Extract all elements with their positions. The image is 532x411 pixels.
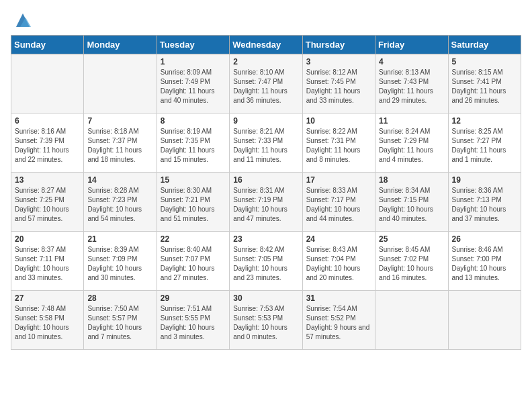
day-info: Sunrise: 8:22 AM Sunset: 7:31 PM Dayligh… — [306, 127, 371, 165]
calendar-header-row: SundayMondayTuesdayWednesdayThursdayFrid… — [11, 36, 521, 54]
calendar-day-15: 15Sunrise: 8:30 AM Sunset: 7:21 PM Dayli… — [157, 173, 229, 232]
calendar-day-26: 26Sunrise: 8:46 AM Sunset: 7:00 PM Dayli… — [448, 232, 521, 291]
calendar-week-row: 6Sunrise: 8:16 AM Sunset: 7:39 PM Daylig… — [11, 113, 521, 173]
day-info: Sunrise: 8:45 AM Sunset: 7:02 PM Dayligh… — [379, 245, 444, 283]
calendar-day-25: 25Sunrise: 8:45 AM Sunset: 7:02 PM Dayli… — [375, 232, 448, 291]
day-info: Sunrise: 8:39 AM Sunset: 7:09 PM Dayligh… — [87, 245, 152, 283]
day-info: Sunrise: 7:50 AM Sunset: 5:57 PM Dayligh… — [87, 304, 152, 342]
calendar-day-17: 17Sunrise: 8:33 AM Sunset: 7:17 PM Dayli… — [302, 173, 375, 232]
calendar-day-30: 30Sunrise: 7:53 AM Sunset: 5:53 PM Dayli… — [230, 291, 302, 350]
calendar-day-20: 20Sunrise: 8:37 AM Sunset: 7:11 PM Dayli… — [11, 232, 84, 291]
day-info: Sunrise: 8:42 AM Sunset: 7:05 PM Dayligh… — [233, 245, 298, 283]
calendar-day-18: 18Sunrise: 8:34 AM Sunset: 7:15 PM Dayli… — [375, 173, 448, 232]
logo-icon — [13, 11, 32, 30]
calendar-day-23: 23Sunrise: 8:42 AM Sunset: 7:05 PM Dayli… — [230, 232, 302, 291]
day-number: 15 — [161, 175, 226, 185]
day-info: Sunrise: 8:28 AM Sunset: 7:23 PM Dayligh… — [87, 186, 152, 224]
calendar-week-row: 20Sunrise: 8:37 AM Sunset: 7:11 PM Dayli… — [11, 232, 521, 291]
empty-day-cell — [84, 54, 157, 113]
day-info: Sunrise: 8:30 AM Sunset: 7:21 PM Dayligh… — [161, 186, 226, 224]
day-number: 25 — [379, 234, 444, 244]
calendar-day-1: 1Sunrise: 8:09 AM Sunset: 7:49 PM Daylig… — [157, 54, 229, 113]
day-number: 30 — [233, 293, 298, 303]
calendar-day-22: 22Sunrise: 8:40 AM Sunset: 7:07 PM Dayli… — [157, 232, 229, 291]
page-header — [11, 11, 521, 30]
day-number: 27 — [15, 293, 80, 303]
day-info: Sunrise: 7:53 AM Sunset: 5:53 PM Dayligh… — [233, 304, 298, 342]
calendar-day-29: 29Sunrise: 7:51 AM Sunset: 5:55 PM Dayli… — [157, 291, 229, 350]
day-number: 17 — [306, 175, 371, 185]
day-info: Sunrise: 8:43 AM Sunset: 7:04 PM Dayligh… — [306, 245, 371, 283]
day-number: 1 — [161, 57, 226, 66]
day-info: Sunrise: 8:46 AM Sunset: 7:00 PM Dayligh… — [452, 245, 517, 283]
day-number: 26 — [452, 234, 517, 244]
day-number: 2 — [233, 57, 298, 66]
calendar-day-7: 7Sunrise: 8:18 AM Sunset: 7:37 PM Daylig… — [84, 113, 157, 173]
calendar-day-8: 8Sunrise: 8:19 AM Sunset: 7:35 PM Daylig… — [157, 113, 229, 173]
day-number: 13 — [15, 175, 80, 185]
calendar-day-16: 16Sunrise: 8:31 AM Sunset: 7:19 PM Dayli… — [230, 173, 302, 232]
day-number: 28 — [87, 293, 152, 303]
day-number: 7 — [87, 116, 152, 126]
day-info: Sunrise: 8:13 AM Sunset: 7:43 PM Dayligh… — [379, 68, 444, 105]
day-number: 3 — [306, 57, 371, 66]
day-info: Sunrise: 8:40 AM Sunset: 7:07 PM Dayligh… — [161, 245, 226, 283]
calendar-day-14: 14Sunrise: 8:28 AM Sunset: 7:23 PM Dayli… — [84, 173, 157, 232]
day-number: 23 — [233, 234, 298, 244]
day-info: Sunrise: 7:51 AM Sunset: 5:55 PM Dayligh… — [161, 304, 226, 342]
day-info: Sunrise: 8:34 AM Sunset: 7:15 PM Dayligh… — [379, 186, 444, 224]
calendar-day-28: 28Sunrise: 7:50 AM Sunset: 5:57 PM Dayli… — [84, 291, 157, 350]
day-number: 18 — [379, 175, 444, 185]
column-header-thursday: Thursday — [302, 36, 375, 54]
day-number: 12 — [452, 116, 517, 126]
day-number: 16 — [233, 175, 298, 185]
calendar-day-12: 12Sunrise: 8:25 AM Sunset: 7:27 PM Dayli… — [448, 113, 521, 173]
day-number: 24 — [306, 234, 371, 244]
column-header-friday: Friday — [375, 36, 448, 54]
day-number: 5 — [452, 57, 517, 66]
day-number: 31 — [306, 293, 371, 303]
day-number: 9 — [233, 116, 298, 126]
day-number: 21 — [87, 234, 152, 244]
column-header-tuesday: Tuesday — [157, 36, 229, 54]
calendar-day-19: 19Sunrise: 8:36 AM Sunset: 7:13 PM Dayli… — [448, 173, 521, 232]
day-number: 22 — [161, 234, 226, 244]
day-info: Sunrise: 8:19 AM Sunset: 7:35 PM Dayligh… — [161, 127, 226, 165]
calendar-day-2: 2Sunrise: 8:10 AM Sunset: 7:47 PM Daylig… — [230, 54, 302, 113]
day-number: 6 — [15, 116, 80, 126]
day-info: Sunrise: 8:36 AM Sunset: 7:13 PM Dayligh… — [452, 186, 517, 224]
column-header-sunday: Sunday — [11, 36, 84, 54]
column-header-wednesday: Wednesday — [230, 36, 302, 54]
day-number: 11 — [379, 116, 444, 126]
calendar-week-row: 27Sunrise: 7:48 AM Sunset: 5:58 PM Dayli… — [11, 291, 521, 350]
day-info: Sunrise: 8:25 AM Sunset: 7:27 PM Dayligh… — [452, 127, 517, 165]
column-header-monday: Monday — [84, 36, 157, 54]
calendar-day-13: 13Sunrise: 8:27 AM Sunset: 7:25 PM Dayli… — [11, 173, 84, 232]
calendar-day-3: 3Sunrise: 8:12 AM Sunset: 7:45 PM Daylig… — [302, 54, 375, 113]
calendar-day-9: 9Sunrise: 8:21 AM Sunset: 7:33 PM Daylig… — [230, 113, 302, 173]
calendar-day-31: 31Sunrise: 7:54 AM Sunset: 5:52 PM Dayli… — [302, 291, 375, 350]
day-info: Sunrise: 7:48 AM Sunset: 5:58 PM Dayligh… — [15, 304, 80, 342]
calendar-day-10: 10Sunrise: 8:22 AM Sunset: 7:31 PM Dayli… — [302, 113, 375, 173]
day-info: Sunrise: 8:12 AM Sunset: 7:45 PM Dayligh… — [306, 68, 371, 105]
calendar-week-row: 13Sunrise: 8:27 AM Sunset: 7:25 PM Dayli… — [11, 173, 521, 232]
calendar-week-row: 1Sunrise: 8:09 AM Sunset: 7:49 PM Daylig… — [11, 54, 521, 113]
day-info: Sunrise: 8:21 AM Sunset: 7:33 PM Dayligh… — [233, 127, 298, 165]
day-info: Sunrise: 8:10 AM Sunset: 7:47 PM Dayligh… — [233, 68, 298, 105]
day-number: 10 — [306, 116, 371, 126]
day-info: Sunrise: 8:18 AM Sunset: 7:37 PM Dayligh… — [87, 127, 152, 165]
day-info: Sunrise: 8:24 AM Sunset: 7:29 PM Dayligh… — [379, 127, 444, 165]
day-info: Sunrise: 8:33 AM Sunset: 7:17 PM Dayligh… — [306, 186, 371, 224]
calendar-day-11: 11Sunrise: 8:24 AM Sunset: 7:29 PM Dayli… — [375, 113, 448, 173]
empty-day-cell — [375, 291, 448, 350]
empty-day-cell — [11, 54, 84, 113]
calendar-day-6: 6Sunrise: 8:16 AM Sunset: 7:39 PM Daylig… — [11, 113, 84, 173]
calendar-table: SundayMondayTuesdayWednesdayThursdayFrid… — [11, 35, 521, 350]
calendar-day-21: 21Sunrise: 8:39 AM Sunset: 7:09 PM Dayli… — [84, 232, 157, 291]
day-number: 4 — [379, 57, 444, 66]
day-info: Sunrise: 8:37 AM Sunset: 7:11 PM Dayligh… — [15, 245, 80, 283]
day-number: 8 — [161, 116, 226, 126]
calendar-day-27: 27Sunrise: 7:48 AM Sunset: 5:58 PM Dayli… — [11, 291, 84, 350]
logo — [11, 11, 32, 30]
day-info: Sunrise: 7:54 AM Sunset: 5:52 PM Dayligh… — [306, 304, 371, 342]
